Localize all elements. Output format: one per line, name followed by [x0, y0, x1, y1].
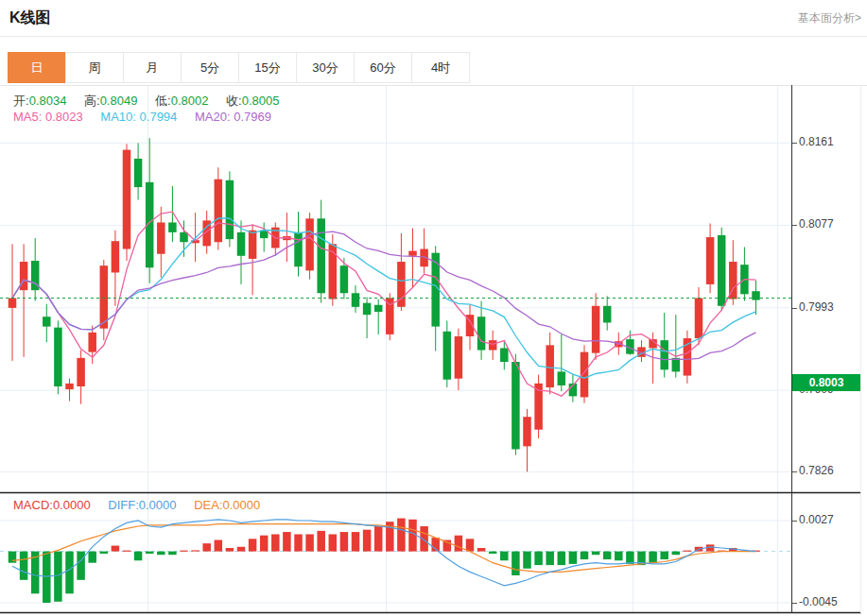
tab-week[interactable]: 周: [65, 52, 124, 83]
tab-5min[interactable]: 5分: [181, 52, 239, 83]
tab-15min[interactable]: 15分: [238, 52, 297, 83]
ma5-item: MA5: 0.8023: [13, 110, 83, 124]
macd-item: MACD:0.0000: [13, 498, 91, 512]
ma20-item: MA20: 0.7969: [195, 110, 271, 124]
axis-tick: [792, 603, 797, 604]
macd-legend: MACD:0.0000 DIFF:0.0000 DEA:0.0000: [13, 498, 274, 512]
ohlc-legend: 开:0.8034 高:0.8049 低:0.8002 收:0.8005: [13, 93, 293, 110]
chart-canvas: [0, 85, 867, 616]
period-tab-bar: 日 周 月 5分 15分 30分 60分 4时: [8, 52, 470, 83]
tab-30min[interactable]: 30分: [296, 52, 355, 83]
close-item: 收:0.8005: [226, 94, 279, 108]
price-axis-label: 0.8161: [799, 135, 834, 148]
price-axis-label: 0.8077: [799, 217, 834, 231]
tab-60min[interactable]: 60分: [354, 52, 412, 83]
axis-tick: [792, 471, 797, 472]
tab-4hour[interactable]: 4时: [411, 52, 470, 83]
macd-axis-label: -0.0045: [799, 595, 838, 608]
price-axis-label: 0.7826: [799, 464, 834, 477]
kline-chart[interactable]: 开:0.8034 高:0.8049 低:0.8002 收:0.8005 MA5:…: [0, 85, 867, 616]
ma-legend: MA5: 0.8023 MA10: 0.7994 MA20: 0.7969: [13, 110, 286, 124]
macd-axis-label: 0.0027: [799, 513, 834, 526]
fundamental-analysis-link[interactable]: 基本面分析>: [798, 10, 861, 26]
axis-tick: [792, 308, 797, 309]
page-title: K线图: [9, 9, 51, 28]
high-item: 高:0.8049: [84, 94, 137, 108]
ma10-item: MA10: 0.7994: [100, 110, 177, 124]
low-item: 低:0.8002: [155, 94, 208, 108]
axis-tick: [792, 521, 797, 522]
tab-month[interactable]: 月: [123, 52, 182, 83]
axis-tick: [792, 225, 797, 226]
current-price-badge: 0.8003: [792, 374, 860, 391]
axis-tick: [792, 143, 797, 144]
header-divider: [0, 36, 867, 37]
dea-item: DEA:0.0000: [194, 498, 260, 512]
tab-day[interactable]: 日: [8, 52, 66, 83]
diff-item: DIFF:0.0000: [108, 498, 176, 512]
open-item: 开:0.8034: [13, 94, 66, 108]
price-axis-label: 0.7993: [799, 300, 834, 314]
